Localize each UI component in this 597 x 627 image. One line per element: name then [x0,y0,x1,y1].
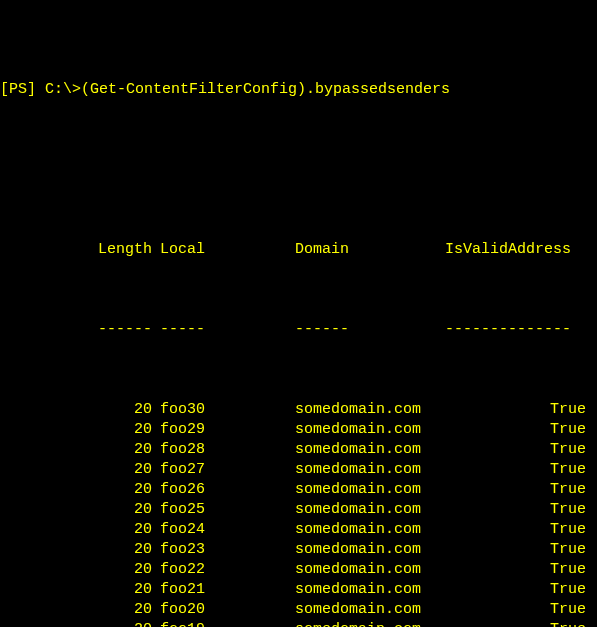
table-row: 20foo30somedomain.comTrue [0,400,597,420]
cell-length: 20 [0,480,160,500]
cell-domain: somedomain.com [295,480,445,500]
cell-domain: somedomain.com [295,460,445,480]
cell-length: 20 [0,620,160,627]
cell-local: foo26 [160,480,295,500]
cell-local: foo28 [160,440,295,460]
cell-local: foo29 [160,420,295,440]
separator-isvalidaddress: -------------- [445,320,590,340]
table-separator-row: ------ ----- ------ -------------- [0,320,597,340]
cell-isvalidaddress: True [445,480,590,500]
cell-local: foo20 [160,600,295,620]
cell-isvalidaddress: True [445,420,590,440]
cell-length: 20 [0,600,160,620]
table-row: 20foo19somedomain.comTrue [0,620,597,627]
cell-length: 20 [0,500,160,520]
cell-domain: somedomain.com [295,560,445,580]
cell-isvalidaddress: True [445,400,590,420]
cell-local: foo30 [160,400,295,420]
cell-isvalidaddress: True [445,540,590,560]
table-row: 20foo29somedomain.comTrue [0,420,597,440]
cell-length: 20 [0,580,160,600]
table-row: 20foo26somedomain.comTrue [0,480,597,500]
cell-local: foo27 [160,460,295,480]
command-prompt-line: [PS] C:\>(Get-ContentFilterConfig).bypas… [0,80,597,100]
table-row: 20foo25somedomain.comTrue [0,500,597,520]
separator-length: ------ [0,320,160,340]
table-row: 20foo20somedomain.comTrue [0,600,597,620]
cell-length: 20 [0,460,160,480]
cell-length: 20 [0,560,160,580]
cell-isvalidaddress: True [445,500,590,520]
cell-length: 20 [0,520,160,540]
cell-local: foo19 [160,620,295,627]
cell-local: foo24 [160,520,295,540]
table-header-row: Length Local Domain IsValidAddress [0,240,597,260]
table-row: 20foo28somedomain.comTrue [0,440,597,460]
cell-isvalidaddress: True [445,560,590,580]
blank-line [0,120,597,140]
table-row: 20foo23somedomain.comTrue [0,540,597,560]
cell-domain: somedomain.com [295,420,445,440]
header-domain: Domain [295,240,445,260]
cell-domain: somedomain.com [295,580,445,600]
separator-domain: ------ [295,320,445,340]
cell-local: foo25 [160,500,295,520]
table-row: 20foo27somedomain.comTrue [0,460,597,480]
cell-isvalidaddress: True [445,520,590,540]
header-isvalidaddress: IsValidAddress [445,240,590,260]
output-table: Length Local Domain IsValidAddress -----… [0,180,597,627]
separator-local: ----- [160,320,295,340]
cell-length: 20 [0,540,160,560]
cell-domain: somedomain.com [295,540,445,560]
cell-length: 20 [0,440,160,460]
cell-isvalidaddress: True [445,580,590,600]
cell-domain: somedomain.com [295,440,445,460]
cell-isvalidaddress: True [445,460,590,480]
cell-local: foo22 [160,560,295,580]
cell-length: 20 [0,420,160,440]
table-row: 20foo21somedomain.comTrue [0,580,597,600]
cell-domain: somedomain.com [295,400,445,420]
cell-domain: somedomain.com [295,620,445,627]
cell-isvalidaddress: True [445,600,590,620]
cell-isvalidaddress: True [445,440,590,460]
cell-length: 20 [0,400,160,420]
cell-local: foo21 [160,580,295,600]
cell-local: foo23 [160,540,295,560]
cell-domain: somedomain.com [295,600,445,620]
table-row: 20foo24somedomain.comTrue [0,520,597,540]
header-local: Local [160,240,295,260]
cell-isvalidaddress: True [445,620,590,627]
table-body: 20foo30somedomain.comTrue20foo29somedoma… [0,400,597,627]
cell-domain: somedomain.com [295,500,445,520]
cell-domain: somedomain.com [295,520,445,540]
header-length: Length [0,240,160,260]
table-row: 20foo22somedomain.comTrue [0,560,597,580]
